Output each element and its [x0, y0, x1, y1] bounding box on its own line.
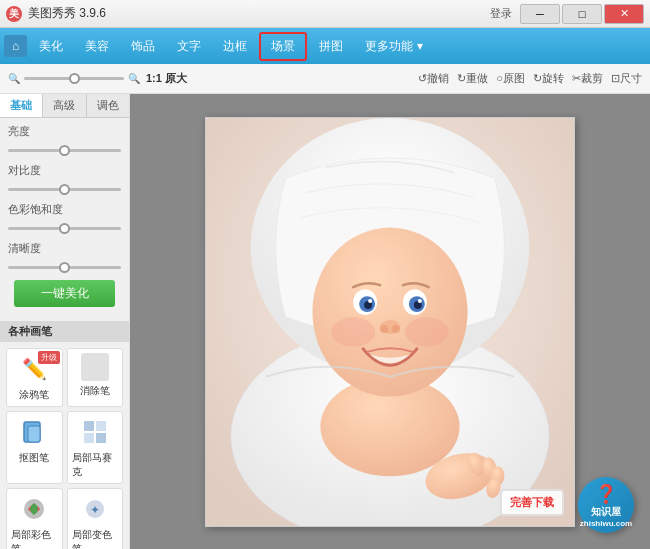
- brush-pencil-label: 涂鸦笔: [19, 388, 49, 402]
- svg-text:✦: ✦: [90, 503, 100, 517]
- decolor-icon: ✦: [79, 493, 111, 525]
- menu-beauty[interactable]: 美容: [75, 34, 119, 59]
- baby-photo: [206, 118, 574, 526]
- title-bar: 美 美图秀秀 3.9.6 登录 ─ □ ✕: [0, 0, 650, 28]
- brightness-label: 亮度: [8, 124, 121, 139]
- saturation-label: 色彩饱和度: [8, 202, 121, 217]
- svg-rect-1: [28, 426, 40, 442]
- badge-line1: 知识屋: [591, 505, 621, 519]
- menu-collage[interactable]: 拼图: [309, 34, 353, 59]
- brush-eraser-label: 消除笔: [80, 384, 110, 398]
- app-icon: 美: [6, 6, 22, 22]
- brush-color-label: 局部彩色笔: [11, 528, 58, 549]
- svg-point-29: [418, 299, 422, 303]
- menu-border-label: 边框: [223, 38, 247, 55]
- zoom-level: 1:1 原大: [146, 71, 187, 86]
- menu-border[interactable]: 边框: [213, 34, 257, 59]
- window-controls: ─ □ ✕: [520, 4, 644, 24]
- svg-point-32: [392, 324, 400, 332]
- tab-basic[interactable]: 基础: [0, 94, 43, 117]
- tab-advanced[interactable]: 高级: [43, 94, 86, 117]
- brush-color[interactable]: 局部彩色笔: [6, 488, 63, 549]
- brush-mosaic[interactable]: 局部马赛克: [67, 411, 124, 484]
- undo-button[interactable]: ↺撤销: [418, 71, 449, 86]
- minimize-button[interactable]: ─: [520, 4, 560, 24]
- svg-point-31: [380, 324, 388, 332]
- toolbar-actions: ↺撤销 ↻重做 ○原图 ↻旋转 ✂裁剪 ⊡尺寸: [418, 71, 642, 86]
- contrast-row: 对比度: [8, 163, 121, 194]
- brush-clone[interactable]: 抠图笔: [6, 411, 63, 484]
- eraser-icon: [81, 353, 109, 381]
- menu-beauty-label: 美容: [85, 38, 109, 55]
- svg-point-21: [405, 317, 449, 347]
- tab-color[interactable]: 调色: [87, 94, 129, 117]
- menu-more-label: 更多功能 ▾: [365, 38, 422, 55]
- svg-rect-4: [84, 433, 94, 443]
- brush-eraser[interactable]: 消除笔: [67, 348, 124, 407]
- panel-tabs: 基础 高级 调色: [0, 94, 129, 118]
- menu-scene[interactable]: 场景: [259, 32, 307, 61]
- saturation-slider[interactable]: [8, 227, 121, 230]
- menu-beautify-label: 美化: [39, 38, 63, 55]
- svg-rect-2: [84, 421, 94, 431]
- rotate-button[interactable]: ↻旋转: [533, 71, 564, 86]
- info-badge[interactable]: ❓ 知识屋 zhishiwu.com: [578, 477, 634, 533]
- menu-home[interactable]: ⌂: [4, 35, 27, 57]
- app-title: 美图秀秀 3.9.6: [28, 5, 490, 22]
- original-button[interactable]: ○原图: [496, 71, 525, 86]
- brush-clone-label: 抠图笔: [19, 451, 49, 465]
- sharpness-slider[interactable]: [8, 266, 121, 269]
- menu-accessories[interactable]: 饰品: [121, 34, 165, 59]
- menu-collage-label: 拼图: [319, 38, 343, 55]
- brightness-slider[interactable]: [8, 149, 121, 152]
- auto-beautify-button[interactable]: 一键美化: [14, 280, 116, 307]
- login-button[interactable]: 登录: [490, 6, 512, 21]
- sliders-section: 亮度 对比度 色彩饱和度 清晰度 一键美化: [0, 118, 129, 321]
- zoom-slider[interactable]: [24, 77, 124, 80]
- color-brush-icon: [18, 493, 50, 525]
- left-panel: 基础 高级 调色 亮度 对比度 色彩饱和度 清晰度: [0, 94, 130, 549]
- brush-decolor-label: 局部变色笔: [72, 528, 119, 549]
- zoom-max-icon: 🔍: [128, 73, 140, 84]
- close-button[interactable]: ✕: [604, 4, 644, 24]
- contrast-label: 对比度: [8, 163, 121, 178]
- brush-pencil[interactable]: 升级 ✏️ 涂鸦笔: [6, 348, 63, 407]
- watermark: 完善下载: [500, 489, 564, 516]
- home-icon: ⌂: [12, 39, 19, 53]
- maximize-button[interactable]: □: [562, 4, 602, 24]
- toolbar: 🔍 🔍 1:1 原大 ↺撤销 ↻重做 ○原图 ↻旋转 ✂裁剪 ⊡尺寸: [0, 64, 650, 94]
- svg-rect-5: [96, 433, 106, 443]
- resize-button[interactable]: ⊡尺寸: [611, 71, 642, 86]
- saturation-row: 色彩饱和度: [8, 202, 121, 233]
- brush-decolor[interactable]: ✦ 局部变色笔: [67, 488, 124, 549]
- sharpness-label: 清晰度: [8, 241, 121, 256]
- canvas-area[interactable]: 完善下载 ❓ 知识屋 zhishiwu.com: [130, 94, 650, 549]
- clone-icon: [18, 416, 50, 448]
- svg-point-19: [312, 227, 467, 396]
- mosaic-icon: [79, 416, 111, 448]
- svg-rect-3: [96, 421, 106, 431]
- sharpness-row: 清晰度: [8, 241, 121, 272]
- brightness-row: 亮度: [8, 124, 121, 155]
- menu-beautify[interactable]: 美化: [29, 34, 73, 59]
- main-layout: 基础 高级 调色 亮度 对比度 色彩饱和度 清晰度: [0, 94, 650, 549]
- menu-scene-label: 场景: [271, 38, 295, 55]
- brush-section-header: 各种画笔: [0, 321, 129, 342]
- badge-line2: zhishiwu.com: [580, 519, 632, 528]
- brush-grid: 升级 ✏️ 涂鸦笔 消除笔 抠图笔: [0, 342, 129, 549]
- badge-icon: ❓: [595, 483, 617, 505]
- svg-point-28: [368, 299, 372, 303]
- menu-bar: ⌂ 美化 美容 饰品 文字 边框 场景 拼图 更多功能 ▾: [0, 28, 650, 64]
- svg-point-20: [331, 317, 375, 347]
- contrast-slider[interactable]: [8, 188, 121, 191]
- menu-more[interactable]: 更多功能 ▾: [355, 34, 432, 59]
- crop-button[interactable]: ✂裁剪: [572, 71, 603, 86]
- menu-text[interactable]: 文字: [167, 34, 211, 59]
- zoom-slider-group: 🔍 🔍: [8, 73, 140, 84]
- photo-frame: 完善下载: [205, 117, 575, 527]
- menu-text-label: 文字: [177, 38, 201, 55]
- redo-button[interactable]: ↻重做: [457, 71, 488, 86]
- zoom-min-icon: 🔍: [8, 73, 20, 84]
- brush-pencil-badge: 升级: [38, 351, 60, 364]
- menu-accessories-label: 饰品: [131, 38, 155, 55]
